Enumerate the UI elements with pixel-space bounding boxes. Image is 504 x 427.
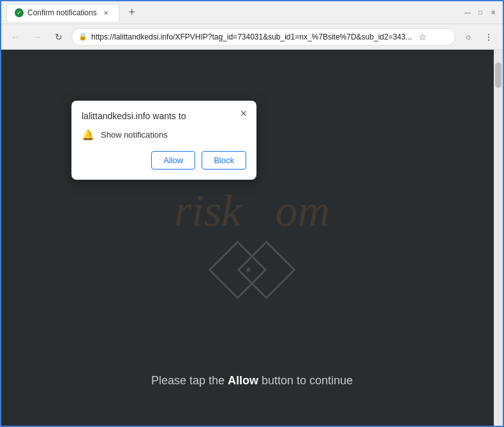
new-tab-button[interactable]: +	[123, 4, 141, 22]
allow-button[interactable]: Allow	[151, 151, 195, 170]
watermark-right: om	[275, 185, 330, 236]
window-controls: — □ ✕	[463, 8, 498, 17]
bookmark-icon[interactable]: ☆	[419, 32, 427, 42]
address-bar-right-buttons: ○ ⋮	[459, 28, 498, 46]
diamonds-logo	[223, 249, 281, 291]
minimize-button[interactable]: —	[463, 8, 472, 17]
scrollbar[interactable]	[494, 50, 503, 426]
menu-icon[interactable]: ⋮	[480, 28, 498, 46]
address-bar: ← → ↻ 🔒 https://lalittandkedsi.info/XFPV…	[1, 24, 503, 50]
bottom-text-allow: Allow	[228, 374, 258, 387]
refresh-button[interactable]: ↻	[50, 28, 68, 46]
watermark-row: risk om	[174, 185, 330, 236]
logo-dot	[246, 268, 251, 272]
active-tab[interactable]: Confirm notifications ✕	[6, 4, 119, 22]
block-button[interactable]: Block	[202, 151, 246, 170]
bottom-text-after: button to continue	[258, 374, 353, 387]
lock-icon: 🔒	[78, 33, 87, 41]
title-bar-left: Confirm notifications ✕ +	[6, 4, 463, 22]
watermark-left: risk	[174, 185, 241, 236]
bottom-instruction: Please tap the Allow button to continue	[151, 374, 353, 387]
notification-label: Show notifications	[101, 130, 168, 140]
popup-title: lalittandkedsi.info wants to	[82, 111, 246, 121]
scrollbar-thumb[interactable]	[495, 62, 501, 88]
popup-buttons: Allow Block	[82, 151, 246, 170]
close-button[interactable]: ✕	[489, 8, 498, 17]
account-icon[interactable]: ○	[459, 28, 477, 46]
bottom-text-before: Please tap the	[151, 374, 228, 387]
tab-close-button[interactable]: ✕	[101, 8, 111, 18]
back-button[interactable]: ←	[6, 28, 24, 46]
url-text: https://lalittandkedsi.info/XFPVHIP?tag_…	[91, 33, 412, 41]
url-bar[interactable]: 🔒 https://lalittandkedsi.info/XFPVHIP?ta…	[71, 28, 456, 46]
diamond-right	[237, 240, 296, 299]
tab-title: Confirm notifications	[27, 8, 97, 17]
popup-notification-row: 🔔 Show notifications	[82, 129, 246, 141]
maximize-button[interactable]: □	[476, 8, 485, 17]
title-bar: Confirm notifications ✕ + — □ ✕	[1, 1, 503, 24]
page-content: risk om Please tap the Allow button to c…	[1, 50, 503, 426]
bell-icon: 🔔	[82, 129, 94, 141]
popup-close-button[interactable]: ✕	[237, 107, 250, 120]
tab-favicon	[15, 8, 24, 17]
diamond-left	[209, 240, 267, 299]
notification-popup: lalittandkedsi.info wants to ✕ 🔔 Show no…	[71, 101, 256, 180]
forward-button[interactable]: →	[28, 28, 46, 46]
url-right-icons: ☆	[419, 32, 427, 42]
browser-window: Confirm notifications ✕ + — □ ✕ ← → ↻ 🔒 …	[0, 0, 504, 427]
